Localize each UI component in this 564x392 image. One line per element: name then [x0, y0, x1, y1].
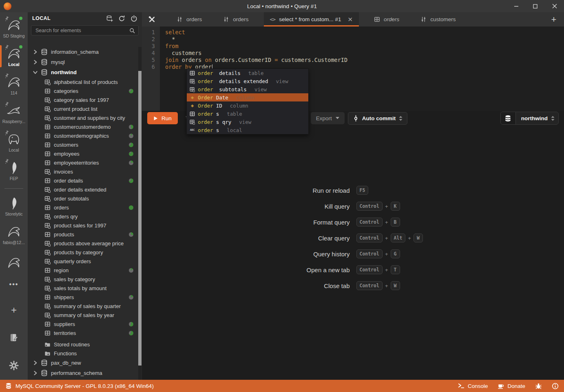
console-button[interactable]: Console	[458, 383, 488, 389]
autocomplete-item[interactable]: ◈ ABC order details extended view	[187, 77, 308, 85]
tab[interactable]: <> select * from custom... #1 ✕	[264, 12, 359, 26]
add-tab-button[interactable]: +	[544, 12, 564, 26]
tree-item[interactable]: territories	[28, 328, 138, 337]
connection-item[interactable]: fabio@12...	[0, 220, 28, 249]
tree-item-label: sales by category	[54, 276, 95, 282]
connection-item[interactable]: Local	[0, 42, 28, 71]
autocomplete-item[interactable]: ◈ ABC order s local	[187, 126, 308, 134]
export-button[interactable]: Export	[311, 112, 345, 124]
donate-button[interactable]: Donate	[498, 383, 525, 389]
autocomplete-item[interactable]: ◈ ABC Order ID column	[187, 101, 308, 110]
connection-item[interactable]	[0, 249, 28, 277]
settings-gear-icon[interactable]	[9, 361, 19, 370]
more-connections-button[interactable]: •••	[8, 281, 20, 288]
tree-item[interactable]: products	[28, 230, 138, 239]
connection-item[interactable]: Local	[0, 128, 28, 156]
connection-item[interactable]: Storelytic	[0, 192, 28, 220]
database-icon	[5, 383, 12, 389]
tree-item[interactable]: order details	[28, 176, 138, 185]
minimize-button[interactable]	[506, 0, 526, 12]
disconnect-power-icon[interactable]	[130, 15, 137, 22]
auto-commit-button[interactable]: Auto commit	[348, 112, 408, 125]
database-row[interactable]: information_schema	[28, 47, 138, 57]
tree-item[interactable]: sales by category	[28, 275, 138, 284]
chevron-down-icon[interactable]	[33, 70, 38, 75]
tree-item[interactable]: categories	[28, 86, 138, 95]
tab[interactable]: <> orders	[170, 12, 208, 26]
tab[interactable]: <> customers	[414, 12, 462, 26]
maximize-button[interactable]	[526, 0, 545, 12]
view-icon	[44, 303, 51, 309]
connection-item[interactable]: FEP	[0, 156, 28, 185]
tree-item[interactable]: category sales for 1997	[28, 95, 138, 104]
connection-item[interactable]: Raspberry...	[0, 99, 28, 128]
tree-item[interactable]: order subtotals	[28, 194, 138, 203]
tree-item[interactable]: summary of sales by year	[28, 311, 138, 319]
bug-report-icon[interactable]	[535, 383, 542, 390]
tree-item[interactable]: customercustomerdemo	[28, 122, 138, 131]
editor-line[interactable]: 2 *	[142, 36, 564, 43]
editor-line[interactable]: 5 join orders on orders.CustomerID = cus…	[142, 57, 564, 64]
database-row[interactable]: northwind	[28, 67, 138, 77]
tree-item[interactable]: employeeterritories	[28, 158, 138, 167]
tree-item[interactable]: order details extended	[28, 185, 138, 194]
chevron-right-icon[interactable]	[33, 50, 38, 54]
search-input[interactable]	[35, 27, 129, 34]
database-icon	[41, 69, 48, 76]
tree-item[interactable]: quarterly orders	[28, 257, 138, 266]
row-status-dot	[129, 268, 133, 273]
tree-item[interactable]: orders	[28, 203, 138, 212]
tab[interactable]: <> orders	[217, 12, 254, 26]
tree-item[interactable]: customerdemographics	[28, 131, 138, 140]
tree-item[interactable]: customers	[28, 140, 138, 149]
connection-item[interactable]: SD Staging	[0, 14, 28, 42]
match-text: order	[198, 111, 213, 117]
tree-item[interactable]: shippers	[28, 293, 138, 302]
close-button[interactable]	[545, 0, 564, 12]
editor-line[interactable]: 3 from	[142, 43, 564, 50]
run-button[interactable]: Run	[147, 112, 178, 124]
tree-item-label: order details	[54, 178, 83, 184]
tree-item[interactable]: suppliers	[28, 319, 138, 328]
tree-item[interactable]: products by category	[28, 248, 138, 257]
database-row[interactable]: pax_db_new	[28, 358, 138, 368]
tree-item[interactable]: region	[28, 266, 138, 275]
tree-item-label: customerdemographics	[54, 133, 109, 139]
tree-item[interactable]: current product list	[28, 104, 138, 113]
tree-item[interactable]: customer and suppliers by city	[28, 113, 138, 122]
editor-line[interactable]: 1 select	[142, 29, 564, 36]
chevron-right-icon[interactable]	[33, 371, 38, 375]
autocomplete-item[interactable]: ◈ ABC order subtotals view	[187, 85, 308, 93]
tree-item[interactable]: employees	[28, 149, 138, 158]
tab-tools[interactable]	[142, 12, 161, 26]
chevron-right-icon[interactable]	[33, 361, 38, 365]
tree-item[interactable]: products above average price	[28, 239, 138, 248]
connection-item[interactable]: 114	[0, 71, 28, 99]
tree-item[interactable]: summary of sales by quarter	[28, 302, 138, 311]
sidebar-scrollbar-thumb[interactable]	[138, 71, 142, 366]
tree-item[interactable]: sales totals by amount	[28, 284, 138, 293]
tree-item[interactable]: product sales for 1997	[28, 221, 138, 230]
add-connection-button[interactable]: +	[11, 304, 17, 316]
autocomplete-item[interactable]: ◈ ABC order s table	[187, 110, 308, 118]
autocomplete-item[interactable]: ◈ ABC Order Date column	[187, 93, 308, 101]
refresh-icon[interactable]	[118, 15, 125, 22]
tab-close-icon[interactable]: ✕	[348, 16, 353, 22]
autocomplete-item[interactable]: ◈ ABC order details table	[187, 69, 308, 77]
info-icon[interactable]	[552, 383, 559, 390]
editor-line[interactable]: 4 customers	[142, 50, 564, 57]
tree-item[interactable]: invoices	[28, 167, 138, 176]
chevron-right-icon[interactable]	[33, 60, 38, 64]
tree-item[interactable]: Stored routines	[28, 340, 138, 349]
tree-item[interactable]: alphabetical list of products	[28, 77, 138, 86]
row-status-dot	[129, 125, 133, 129]
scratchpad-icon[interactable]	[9, 333, 19, 343]
database-row[interactable]: mysql	[28, 57, 138, 67]
tree-item[interactable]: Functions	[28, 349, 138, 358]
tree-item[interactable]: orders qry	[28, 212, 138, 221]
database-row[interactable]: performance_schema	[28, 368, 138, 378]
schema-selector[interactable]: northwind	[500, 112, 559, 125]
add-database-icon[interactable]	[106, 15, 113, 22]
autocomplete-item[interactable]: ◈ ABC order s qry view	[187, 118, 308, 126]
tab[interactable]: <> orders	[368, 12, 405, 26]
